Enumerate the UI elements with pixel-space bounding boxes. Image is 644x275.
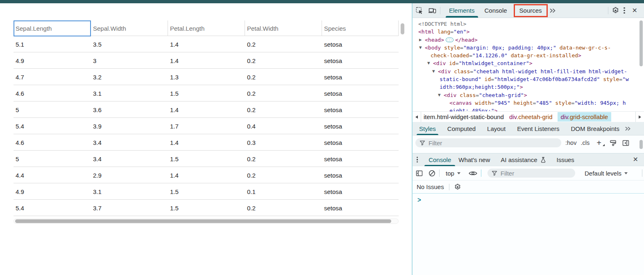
dom-tree-node[interactable]: ▶<head>···</head> [413,36,644,44]
element-classes-button[interactable]: .cls [578,140,592,146]
devtools-tab-sources[interactable]: Sources [514,4,548,17]
drawer-menu-icon[interactable] [413,157,420,163]
log-levels-dropdown[interactable]: Default levels [582,170,630,177]
table-cell[interactable]: 1.7 [168,118,245,134]
table-cell[interactable]: 1.4 [168,36,245,52]
column-header-petal-length[interactable]: Petal.Length [168,20,245,36]
table-cell[interactable]: 0.2 [245,200,322,216]
console-prompt[interactable]: > [413,194,644,205]
devtools-tab-console[interactable]: Console [480,3,512,18]
devtools-tab-elements[interactable]: Elements [444,3,480,18]
table-cell[interactable]: setosa [322,200,399,216]
dom-tree-node[interactable]: ▼<body style="margin: 0px; padding: 40px… [413,44,644,52]
table-cell[interactable]: 1.4 [168,167,245,183]
close-devtools-icon[interactable]: ✕ [630,7,640,14]
table-cell[interactable]: 3.7 [91,200,168,216]
dom-tree-node[interactable]: <html lang="en"> [413,28,644,36]
table-cell[interactable]: setosa [322,101,399,118]
table-cell[interactable]: 5.4 [14,118,91,134]
dom-tree-node[interactable]: check-loaded="14.1226.0" data-gr-ext-ins… [413,52,644,59]
console-empty-area[interactable] [413,205,644,275]
collapse-arrow-icon[interactable]: ▼ [427,59,430,67]
breadcrumb-item[interactable]: div.grid-scrollable [558,112,612,122]
styles-tab-event-listeners[interactable]: Event Listeners [516,122,560,135]
table-cell[interactable]: 4.9 [14,183,91,200]
console-filter-input[interactable]: Filter [488,169,575,178]
table-cell[interactable]: 3.1 [91,85,168,101]
table-cell[interactable]: 3.2 [91,69,168,85]
table-cell[interactable]: setosa [322,69,399,85]
table-cell[interactable]: 4.6 [14,85,91,101]
new-style-rule-button[interactable]: + [594,138,604,148]
table-cell[interactable]: 5 [14,151,91,167]
table-cell[interactable]: 5 [14,101,91,118]
drawer-tab-ai-assistance[interactable]: AI assistance [498,153,548,166]
inspect-element-icon[interactable] [416,7,423,14]
table-cell[interactable]: 3 [91,52,168,69]
table-cell[interactable]: 0.1 [245,183,322,200]
table-cell[interactable]: 0.2 [245,101,322,118]
column-header-sepal-width[interactable]: Sepal.Width [91,20,168,36]
table-cell[interactable]: 1.5 [168,85,245,101]
table-cell[interactable]: 3.4 [91,151,168,167]
collapse-arrow-icon[interactable]: ▼ [438,91,441,99]
column-header-species[interactable]: Species [322,20,399,36]
table-cell[interactable]: 1.3 [168,69,245,85]
table-cell[interactable]: 0.2 [245,36,322,52]
table-cell[interactable]: 0.3 [245,134,322,151]
toggle-element-state-button[interactable]: :hov [563,140,578,146]
table-cell[interactable]: 0.2 [245,85,322,101]
styles-tab-layout[interactable]: Layout [486,122,507,135]
create-live-expression-eye-icon[interactable] [469,171,477,176]
more-styles-tabs-icon[interactable] [625,126,631,131]
dom-tree-node[interactable]: ▼<div class="cheetah html-widget html-fi… [413,68,644,75]
styles-filter-input[interactable]: Filter [415,138,561,147]
dom-tree-node[interactable]: ▼<div id="htmlwidget_container"> [413,59,644,67]
table-cell[interactable]: 0.2 [245,151,322,167]
styles-scrollbar-thumb[interactable] [639,140,643,149]
table-cell[interactable]: 3.6 [91,101,168,118]
table-cell[interactable]: setosa [322,85,399,101]
table-cell[interactable]: 1.5 [168,200,245,216]
more-tabs-icon[interactable] [549,8,556,14]
close-drawer-icon[interactable]: ✕ [630,156,641,163]
elements-tree-panel[interactable]: <!DOCTYPE html><html lang="en">▶<head>··… [413,18,644,111]
toggle-sidebar-icon[interactable] [622,140,629,146]
table-cell[interactable]: setosa [322,118,399,134]
table-cell[interactable]: setosa [322,183,399,200]
settings-gear-icon[interactable] [612,7,619,14]
table-cell[interactable]: setosa [322,36,399,52]
collapse-arrow-icon[interactable]: ▼ [419,44,422,52]
grid-vertical-scrollbar[interactable] [401,23,404,34]
issues-status-text[interactable]: No Issues [417,183,444,190]
console-settings-gear-icon[interactable] [454,184,461,190]
breadcrumb-scroll-left[interactable] [413,112,421,122]
dom-tree-node[interactable]: eight: 485px;"> [413,107,644,111]
javascript-context-dropdown[interactable]: top [443,170,463,177]
table-cell[interactable]: setosa [322,151,399,167]
drawer-tab-what-s-new[interactable]: What's new [456,153,492,166]
table-cell[interactable]: 3.5 [91,36,168,52]
grid-horizontal-scrollbar-thumb[interactable] [15,219,391,223]
table-cell[interactable]: 0.2 [245,167,322,183]
table-cell[interactable]: 4.9 [14,52,91,69]
table-cell[interactable]: 1.5 [168,151,245,167]
elements-scrollbar-thumb[interactable] [639,20,643,66]
dom-tree-node[interactable]: idth:960px;height:500px;"> [413,83,644,91]
table-cell[interactable]: 5.1 [14,36,91,52]
table-cell[interactable]: 1.4 [168,52,245,69]
styles-tab-dom-breakpoints[interactable]: DOM Breakpoints [570,122,621,135]
expand-arrow-icon[interactable]: ▶ [419,36,422,44]
table-cell[interactable]: 1.4 [168,101,245,118]
table-cell[interactable]: 2.9 [91,167,168,183]
styles-tab-computed[interactable]: Computed [446,122,477,135]
breadcrumb-item[interactable]: div.cheetah-grid [509,113,553,120]
device-toolbar-icon[interactable] [428,7,436,14]
dom-tree-node[interactable]: <!DOCTYPE html> [413,20,644,28]
dom-tree-node[interactable]: ▼<div class="cheetah-grid"> [413,91,644,99]
drawer-tab-console[interactable]: Console [426,153,454,166]
column-header-petal-width[interactable]: Petal.Width [245,20,322,36]
breadcrumb-item[interactable]: item.html-widget-static-bound [424,113,504,120]
drawer-tab-issues[interactable]: Issues [554,153,577,166]
console-sidebar-icon[interactable] [416,170,423,176]
